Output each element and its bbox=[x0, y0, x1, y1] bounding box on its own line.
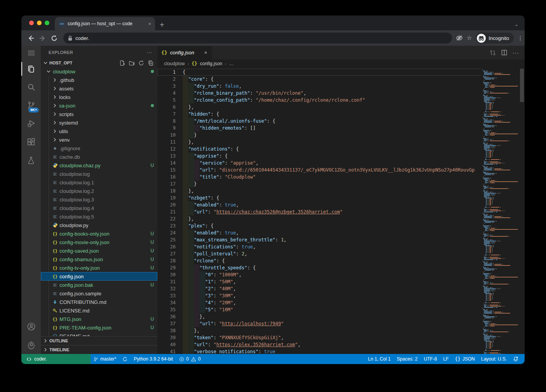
browser-menu-icon[interactable]: ⋮ bbox=[518, 37, 520, 39]
breadcrumb-file[interactable]: config.json bbox=[200, 61, 222, 66]
eol-item[interactable]: LF bbox=[440, 354, 452, 364]
maximize-window-button[interactable] bbox=[45, 21, 49, 25]
close-window-button[interactable] bbox=[29, 21, 34, 25]
chevron-right-icon[interactable] bbox=[52, 111, 58, 117]
code-line-33[interactable]: 33 "3": "30M", bbox=[157, 292, 525, 299]
encoding-item[interactable]: UTF-8 bbox=[420, 354, 440, 364]
explorer-icon[interactable] bbox=[21, 60, 41, 78]
chevron-right-icon[interactable] bbox=[52, 137, 58, 143]
outline-section[interactable]: OUTLINE bbox=[41, 336, 157, 345]
editor-tab-config-json[interactable]: {} config.json × bbox=[157, 46, 212, 59]
tree-item-cache.db[interactable]: cache.db bbox=[41, 153, 157, 161]
code-line-40[interactable]: 40 "url": "https://plex.3526harriet.com"… bbox=[157, 341, 525, 348]
code-line-35[interactable]: 35 "5": "10M" bbox=[157, 306, 525, 313]
run-debug-icon[interactable] bbox=[21, 114, 41, 133]
tree-item-.gitignore[interactable]: .gitignore bbox=[41, 144, 157, 153]
code-line-4[interactable]: 4 "rclone_binary_path": "/usr/bin/rclone… bbox=[157, 90, 525, 97]
code-line-12[interactable]: 12 "notifications": { bbox=[157, 146, 525, 153]
breadcrumb-symbol[interactable]: … bbox=[229, 61, 234, 66]
refresh-icon[interactable] bbox=[138, 60, 144, 66]
code-area[interactable]: 1{2 "core": {3 "dry_run": false,4 "rclon… bbox=[157, 68, 525, 354]
editor-tab-close-icon[interactable]: × bbox=[203, 50, 208, 56]
tree-item-cloudplow.log[interactable]: cloudplow.log bbox=[41, 170, 157, 178]
tree-item-scripts[interactable]: scripts bbox=[41, 110, 157, 118]
chevron-right-icon[interactable] bbox=[52, 102, 58, 109]
code-line-39[interactable]: 39 "token": "PXNNXUEfYSCkUspGiiXj", bbox=[157, 334, 525, 341]
code-line-31[interactable]: 31 "1": "50M", bbox=[157, 278, 525, 285]
problems-item[interactable]: 0 0 bbox=[176, 354, 204, 364]
code-line-19[interactable]: 19 "nzbget": { bbox=[157, 194, 525, 201]
tree-item-sa-json[interactable]: sa-json bbox=[41, 101, 157, 110]
tree-item-venv[interactable]: venv bbox=[41, 135, 157, 144]
keyboard-layout-item[interactable]: Layout: U.S. bbox=[478, 354, 510, 364]
sync-item[interactable] bbox=[119, 354, 131, 364]
code-line-3[interactable]: 3 "dry_run": false, bbox=[157, 83, 525, 90]
tree-item-assets[interactable]: assets bbox=[41, 84, 157, 93]
code-line-32[interactable]: 32 "2": "40M", bbox=[157, 285, 525, 292]
tree-item-cloudplow.chaz.py[interactable]: cloudplow.chaz.pyU bbox=[41, 161, 157, 170]
split-editor-icon[interactable] bbox=[501, 50, 507, 56]
code-line-13[interactable]: 13 "apprise": { bbox=[157, 153, 525, 160]
new-file-icon[interactable] bbox=[119, 60, 125, 66]
tree-item-cloudplow.log.5[interactable]: cloudplow.log.5 bbox=[41, 212, 157, 221]
search-icon[interactable] bbox=[21, 78, 41, 96]
url-bar[interactable]: coder. bbox=[63, 33, 452, 43]
testing-icon[interactable] bbox=[21, 151, 41, 169]
minimap[interactable] bbox=[481, 68, 519, 354]
chevron-right-icon[interactable] bbox=[52, 94, 58, 100]
git-branch-item[interactable]: master* bbox=[91, 354, 119, 364]
bookmark-star-icon[interactable]: ☆ bbox=[467, 35, 472, 42]
code-line-26[interactable]: 26 "notifications": true, bbox=[157, 243, 525, 250]
tree-item-MTG.json[interactable]: {}MTG.jsonU bbox=[41, 315, 157, 323]
new-tab-button[interactable]: + bbox=[160, 21, 164, 29]
code-line-30[interactable]: 30 "0": "1000M", bbox=[157, 271, 525, 278]
account-icon[interactable] bbox=[21, 317, 41, 336]
workspace-section[interactable]: HOST_OPT bbox=[41, 59, 157, 67]
tab-search-chevron-icon[interactable]: ⌄ bbox=[515, 22, 518, 27]
tree-item-cloudplow[interactable]: cloudplow bbox=[41, 67, 157, 76]
indentation-item[interactable]: Spaces: 2 bbox=[394, 354, 420, 364]
code-line-36[interactable]: 36 }, bbox=[157, 313, 525, 320]
python-interpreter-item[interactable]: Python 3.9.2 64-bit bbox=[131, 354, 176, 364]
tree-item-config-shamus.json[interactable]: {}config-shamus.jsonU bbox=[41, 255, 157, 264]
editor-scrollbar[interactable] bbox=[519, 68, 525, 354]
code-line-20[interactable]: 20 "enabled": true, bbox=[157, 201, 525, 208]
code-line-24[interactable]: 24 "enabled": true, bbox=[157, 229, 525, 236]
chevron-right-icon[interactable] bbox=[52, 128, 58, 134]
scrollbar-thumb[interactable] bbox=[520, 69, 524, 102]
sidebar-more-icon[interactable]: ··· bbox=[147, 49, 152, 55]
menu-icon[interactable] bbox=[21, 46, 41, 60]
tree-item-systemd[interactable]: systemd bbox=[41, 118, 157, 127]
remote-indicator[interactable]: coder. bbox=[21, 354, 91, 364]
language-mode-item[interactable]: {} JSON bbox=[452, 354, 478, 364]
tree-item-.github[interactable]: .github bbox=[41, 76, 157, 84]
code-line-34[interactable]: 34 "4": "20M", bbox=[157, 299, 525, 306]
minimize-window-button[interactable] bbox=[37, 21, 42, 25]
code-line-1[interactable]: 1{ bbox=[157, 69, 525, 76]
tree-item-config-tv-only.json[interactable]: {}config-tv-only.jsonU bbox=[41, 264, 157, 272]
settings-gear-icon[interactable] bbox=[21, 336, 41, 354]
code-line-38[interactable]: 38 }, bbox=[157, 327, 525, 334]
chevron-right-icon[interactable] bbox=[52, 85, 58, 92]
code-line-21[interactable]: 21 "url": "https://chaz:chaz3526@nzbget.… bbox=[157, 208, 525, 215]
tree-item-config.json.bak[interactable]: config.json.bakU bbox=[41, 281, 157, 289]
notifications-bell[interactable] bbox=[510, 354, 522, 364]
code-line-8[interactable]: 8 "/mnt/local/.unionfs-fuse": { bbox=[157, 118, 525, 125]
tree-item-cloudplow.log.3[interactable]: cloudplow.log.3 bbox=[41, 195, 157, 204]
tree-item-PRE-TEAM-config.json[interactable]: {}PRE-TEAM-config.jsonU bbox=[41, 323, 157, 332]
tree-item-LICENSE.md[interactable]: LICENSE.md bbox=[41, 306, 157, 315]
tree-item-config.json[interactable]: {}config.json bbox=[41, 272, 157, 281]
code-line-10[interactable]: 10 } bbox=[157, 132, 525, 139]
browser-tab[interactable]: </> config.json — host_opt — code × bbox=[55, 17, 155, 30]
code-line-41[interactable]: 41 "verbose_notifications": true bbox=[157, 348, 525, 354]
chevron-right-icon[interactable] bbox=[52, 120, 58, 126]
tree-item-locks[interactable]: locks bbox=[41, 93, 157, 101]
open-changes-icon[interactable] bbox=[490, 50, 496, 56]
cursor-position-item[interactable]: Ln 1, Col 1 bbox=[365, 354, 394, 364]
tree-item-config.json.sample[interactable]: config.json.sample bbox=[41, 289, 157, 298]
timeline-section[interactable]: TIMELINE bbox=[41, 345, 157, 354]
chevron-right-icon[interactable] bbox=[52, 77, 58, 83]
code-line-7[interactable]: 7 "hidden": { bbox=[157, 111, 525, 118]
tree-item-CONTRIBUTING.md[interactable]: CONTRIBUTING.md bbox=[41, 298, 157, 306]
tree-item-cloudplow.log.4[interactable]: cloudplow.log.4 bbox=[41, 204, 157, 212]
